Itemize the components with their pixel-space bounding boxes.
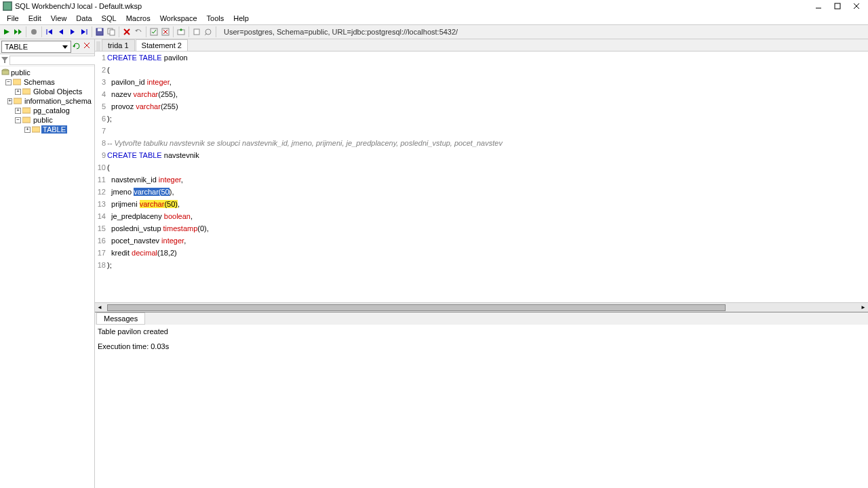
code-line[interactable]: 8-- Vytvořte tabulku navstevnik se sloup… [95,137,868,149]
filter-icon [1,57,8,64]
info-icon[interactable] [191,26,202,37]
code-line[interactable]: 11 navstevnik_id integer, [95,174,868,186]
menu-edit[interactable]: Edit [24,13,45,24]
last-icon[interactable] [79,26,90,37]
code-line[interactable]: 9CREATE TABLE navstevnik [95,149,868,161]
scroll-left-icon[interactable]: ◄ [95,303,104,312]
line-number: 16 [95,235,107,247]
delete-icon[interactable] [121,26,132,37]
svg-rect-40 [2,70,9,75]
tab-messages[interactable]: Messages [96,312,145,325]
code-line[interactable]: 4 nazev varchar(255), [95,88,868,100]
svg-point-8 [31,29,37,35]
first-icon[interactable] [44,26,55,37]
line-number: 10 [95,161,107,174]
tree-node[interactable]: −public [1,115,93,125]
svg-marker-5 [4,29,9,35]
code-line[interactable]: 10( [95,161,868,174]
rollback-icon[interactable] [160,26,171,37]
menu-workspace[interactable]: Workspace [156,13,201,24]
svg-marker-34 [62,45,68,49]
object-type-combo[interactable]: TABLE [1,41,71,53]
code-line[interactable]: 7 [95,125,868,137]
code-line[interactable]: 3 pavilon_id integer, [95,76,868,88]
tree-toggle-icon[interactable]: − [5,79,12,85]
line-number: 17 [95,247,107,259]
line-number: 7 [95,125,107,137]
tree-node[interactable]: +pg_catalog [1,106,93,115]
refresh-icon[interactable] [73,42,82,52]
stop-icon[interactable] [28,26,39,37]
tree-node[interactable]: +TABLE [1,125,93,134]
object-tree[interactable]: public −Schemas+Global Objects+informati… [0,66,94,488]
append-icon[interactable] [176,26,186,37]
commit-icon[interactable] [149,26,159,37]
close-filter-icon[interactable] [83,42,93,52]
tab-handle-icon[interactable] [96,41,100,51]
tree-node[interactable]: +information_schema [1,96,93,106]
run-all-icon[interactable] [13,26,24,37]
menu-bar: File Edit View Data SQL Macros Workspace… [0,12,868,24]
menu-data[interactable]: Data [72,13,96,24]
menu-help[interactable]: Help [229,13,253,24]
messages-output: Table pavilon created Execution time: 0.… [95,325,868,488]
chevron-down-icon [62,44,68,49]
folder-icon [22,106,31,115]
tree-node[interactable]: −Schemas [1,77,93,87]
svg-marker-10 [48,29,52,35]
prev-icon[interactable] [56,26,66,37]
folder-icon [13,78,21,86]
code-line[interactable]: 2( [95,64,868,76]
filter-input[interactable] [9,56,100,65]
line-number: 1 [95,52,107,64]
tree-toggle-icon[interactable]: − [15,117,21,123]
code-line[interactable]: 1CREATE TABLE pavilon [95,52,868,64]
menu-view[interactable]: View [47,13,71,24]
code-line[interactable]: 15 posledni_vstup timestamp(0), [95,222,868,235]
line-number: 5 [95,100,107,113]
svg-marker-7 [18,29,22,35]
save-icon[interactable] [94,26,105,37]
code-line[interactable]: 12 jmeno varchar(50), [95,186,868,198]
tree-toggle-icon[interactable]: + [24,127,31,133]
copy-icon[interactable] [106,26,117,37]
toolbar: User=postgres, Schema=public, URL=jdbc:p… [0,24,868,39]
horizontal-scrollbar[interactable]: ◄ ► [95,302,868,312]
svg-line-24 [153,30,156,33]
close-button[interactable] [848,1,865,12]
explain-icon[interactable] [203,26,214,37]
line-number: 11 [95,174,107,186]
app-icon [3,1,12,11]
code-line[interactable]: 14 je_predplaceny boolean, [95,210,868,222]
sql-editor[interactable]: 1CREATE TABLE pavilon2(3 pavilon_id inte… [95,52,868,302]
scroll-thumb[interactable] [107,304,726,311]
code-line[interactable]: 17 kredit decimal(18,2) [95,247,868,259]
undo-icon[interactable] [133,26,144,37]
menu-tools[interactable]: Tools [203,13,229,24]
svg-rect-0 [3,2,12,10]
menu-sql[interactable]: SQL [98,13,121,24]
code-line[interactable]: 16 pocet_navstev integer, [95,235,868,247]
menu-macros[interactable]: Macros [122,13,155,24]
next-icon[interactable] [67,26,78,37]
tree-root[interactable]: public [1,68,93,77]
tree-toggle-icon[interactable]: + [15,89,21,95]
code-line[interactable]: 5 provoz varchar(255) [95,100,868,113]
tab-statement-2[interactable]: Statement 2 [136,39,188,51]
line-number: 12 [95,186,107,198]
tree-toggle-icon[interactable]: + [15,108,21,114]
menu-file[interactable]: File [3,13,23,24]
line-number: 4 [95,88,107,100]
code-line[interactable]: 6); [95,113,868,125]
maximize-button[interactable] [829,1,846,12]
folder-icon [22,87,31,96]
tree-label: Schemas [22,78,56,86]
tree-toggle-icon[interactable]: + [7,98,12,104]
tab-trida-1[interactable]: trida 1 [102,39,135,51]
code-line[interactable]: 18); [95,259,868,271]
tree-node[interactable]: +Global Objects [1,87,93,96]
code-line[interactable]: 13 prijmeni varchar(50), [95,198,868,210]
minimize-button[interactable] [810,1,827,12]
scroll-right-icon[interactable]: ► [859,303,868,312]
run-icon[interactable] [1,26,12,37]
